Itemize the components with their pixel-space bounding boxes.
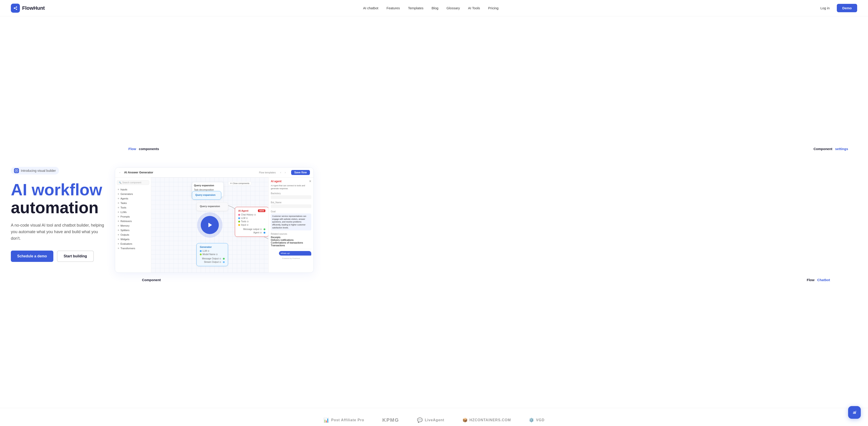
dot-gen-llm xyxy=(200,250,202,252)
svg-line-4 xyxy=(15,8,16,9)
sidebar-item-evaluators[interactable]: Evaluators xyxy=(115,242,151,246)
partner-hzcontainers: 📦 HZCONTAINERS.COM xyxy=(463,418,511,423)
hero-left: Introducing visual builder AI workflow a… xyxy=(11,167,106,262)
dot-agents xyxy=(118,198,119,199)
generator-node[interactable]: Generator LLM ⊙ Model Name ⊙ Message Out… xyxy=(196,243,228,266)
sidebar-item-generators[interactable]: Generators xyxy=(115,192,151,196)
partner-kpmg-text: KPMG xyxy=(382,417,399,423)
nav-actions: Log in Demo xyxy=(817,4,857,12)
rp-agent-description: AI Agent that can connect to tools and g… xyxy=(271,184,311,190)
dot-memory xyxy=(118,225,119,226)
annotation-component-settings: Component settings xyxy=(813,147,848,151)
logo-link[interactable]: FlowHunt xyxy=(11,4,45,13)
ai-agent-node[interactable]: AI Agent NEW Chat History ⊙ LLM ⊙ Tools … xyxy=(235,207,268,237)
flow-canvas[interactable]: Query expansion Task decomposition Follo… xyxy=(151,177,268,273)
builder-sidebar: 🔍 Search component Inputs Generators Age… xyxy=(115,177,151,273)
dot-chat xyxy=(238,214,240,216)
start-building-button[interactable]: Start building xyxy=(57,251,94,262)
rp-bot-name-field[interactable] xyxy=(271,204,311,208)
sidebar-item-prompts[interactable]: Prompts xyxy=(115,215,151,219)
dot-llm xyxy=(238,217,240,219)
nav-glossary[interactable]: Glossary xyxy=(446,6,460,10)
ai-agent-title: AI Agent NEW xyxy=(238,209,266,212)
component-search[interactable]: 🔍 Search component xyxy=(117,180,149,185)
sidebar-item-transformers[interactable]: Transformers xyxy=(115,246,151,251)
sidebar-item-inputs[interactable]: Inputs xyxy=(115,187,151,192)
ai-agent-row-input: Input ⊙ xyxy=(238,223,266,227)
save-flow-button[interactable]: Save flow xyxy=(291,170,310,175)
close-components-btn[interactable]: ✕ Close components xyxy=(228,181,251,185)
rp-source-4: Transactions xyxy=(271,244,311,247)
demo-button[interactable]: Demo xyxy=(837,4,857,12)
rp-backstory-field[interactable] xyxy=(271,195,311,199)
sidebar-item-tasks[interactable]: Tasks xyxy=(115,201,151,205)
annotation-flow-label: Flow xyxy=(128,147,136,151)
sidebar-item-splitters[interactable]: Splitters xyxy=(115,228,151,232)
nav-pricing[interactable]: Pricing xyxy=(488,6,499,10)
generator-row-stream: Stream Output ⊙ xyxy=(200,260,225,264)
nav-features[interactable]: Features xyxy=(386,6,400,10)
sidebar-items-list: Inputs Generators Agents Tasks Tools LLM… xyxy=(115,187,151,251)
topbar-title: AI Answer Generator xyxy=(124,171,256,174)
sidebar-item-llms[interactable]: LLMs xyxy=(115,210,151,215)
generator-row-model: Model Name ⊙ xyxy=(200,253,225,256)
dot-tools xyxy=(238,221,240,223)
expand-panel-title: Query expansion xyxy=(194,184,221,187)
builder-body: 🔍 Search component Inputs Generators Age… xyxy=(115,177,313,273)
ai-float-button[interactable]: ai xyxy=(848,406,861,419)
ai-agent-row-output: Message output ⊙ xyxy=(238,227,266,231)
generator-row-llm: LLM ⊙ xyxy=(200,249,225,253)
sidebar-item-widgets[interactable]: Widgets xyxy=(115,237,151,242)
play-button[interactable] xyxy=(201,216,219,234)
nav-blog[interactable]: Blog xyxy=(432,6,438,10)
topbar-nav-prev[interactable]: ‹ xyxy=(280,171,281,174)
badge-text: Introducing visual builder xyxy=(21,169,56,172)
sidebar-item-memory[interactable]: Memory xyxy=(115,223,151,228)
rp-goal-text[interactable]: Customer service representatives can eng… xyxy=(271,214,311,230)
query-expansion-node[interactable]: Query expansion xyxy=(192,191,221,200)
dot-gen-output xyxy=(223,258,225,260)
dot-transformers xyxy=(118,248,119,249)
search-icon: 🔍 xyxy=(119,181,121,184)
ai-agent-badge: NEW xyxy=(258,209,266,212)
rp-sources-list: Receipts Delivery notifications Confirma… xyxy=(271,236,311,247)
hero-title-blue: AI workflow xyxy=(11,181,106,199)
login-button[interactable]: Log in xyxy=(817,4,833,12)
rp-goal-label: Goal xyxy=(271,210,311,213)
nav-ai-chatbot[interactable]: AI chatbot xyxy=(363,6,378,10)
dot-input xyxy=(238,224,240,226)
svg-point-0 xyxy=(14,7,15,9)
nav-templates[interactable]: Templates xyxy=(408,6,423,10)
search-placeholder: Search component xyxy=(122,181,141,184)
rp-backstory-section: Backstory xyxy=(271,192,311,199)
rp-close-icon[interactable]: ✕ xyxy=(309,180,311,183)
nav-links: AI chatbot Features Templates Blog Gloss… xyxy=(363,6,498,10)
svg-marker-6 xyxy=(209,223,212,227)
sidebar-item-agents[interactable]: Agents xyxy=(115,196,151,201)
dot-outputs xyxy=(118,234,119,235)
dot-generators xyxy=(118,193,119,195)
svg-point-1 xyxy=(16,6,17,7)
query-expansion-detail-node[interactable]: Query expansion xyxy=(196,202,228,211)
topbar-nav-next[interactable]: › xyxy=(285,171,286,174)
dot-llms xyxy=(118,211,119,213)
hero-section: Introducing visual builder AI workflow a… xyxy=(0,16,868,408)
ai-agent-row-tools: Tools ⊙ xyxy=(238,220,266,223)
dot-gen-stream xyxy=(223,261,225,263)
rp-source-1: Receipts xyxy=(271,236,311,238)
topbar-back: ← xyxy=(119,171,121,174)
builder-topbar: ← AI Answer Generator Flow templates ‹ ›… xyxy=(115,168,313,177)
rp-source-3: Confirmations of transactions xyxy=(271,241,311,244)
annotation-flow-chatbot: Flow Chatbot xyxy=(807,278,830,282)
dot-retrievers xyxy=(118,221,119,222)
schedule-demo-button[interactable]: Schedule a demo xyxy=(11,251,53,262)
svg-point-2 xyxy=(16,9,17,10)
rp-bot-name-section: Bot_Name xyxy=(271,201,311,208)
sidebar-item-tools[interactable]: Tools xyxy=(115,205,151,210)
sidebar-item-retrievers[interactable]: Retrievers xyxy=(115,219,151,223)
partner-vgd: ⚙️ VGD xyxy=(529,418,545,423)
nav-ai-tools[interactable]: AI Tools xyxy=(468,6,480,10)
rp-source-2: Delivery notifications xyxy=(271,238,311,241)
dot-agent xyxy=(264,232,266,234)
sidebar-item-outputs[interactable]: Outputs xyxy=(115,232,151,237)
